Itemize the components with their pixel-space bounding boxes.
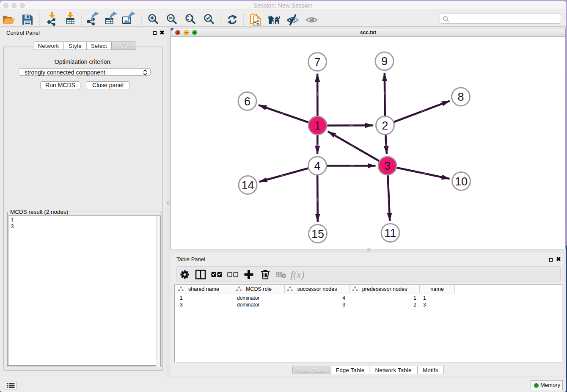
svg-text:14: 14	[241, 179, 254, 192]
svg-text:4: 4	[314, 160, 320, 172]
svg-text:7: 7	[314, 56, 320, 69]
svg-text:15: 15	[311, 228, 324, 240]
svg-text:9: 9	[381, 55, 388, 68]
svg-text:10: 10	[455, 175, 468, 188]
svg-text:1: 1	[314, 119, 321, 132]
svg-text:3: 3	[384, 160, 391, 172]
svg-text:2: 2	[382, 119, 388, 132]
svg-text:8: 8	[457, 91, 464, 103]
svg-text:11: 11	[384, 227, 396, 240]
svg-text:f(x): f(x)	[290, 269, 304, 280]
svg-text:6: 6	[244, 95, 250, 108]
